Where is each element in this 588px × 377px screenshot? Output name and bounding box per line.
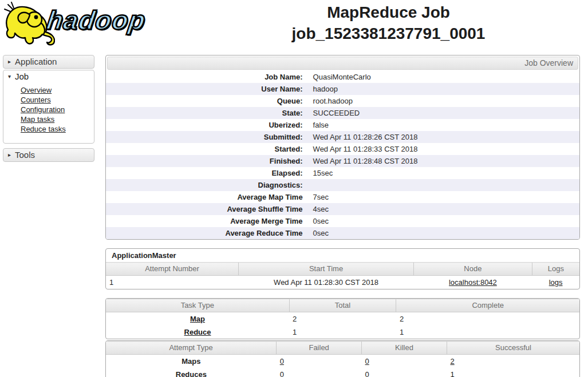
job-links: Overview Counters Configuration Map task… <box>3 83 94 143</box>
sidebar-item-map-tasks[interactable]: Map tasks <box>21 114 94 124</box>
overview-label: Uberized: <box>106 119 310 131</box>
overview-row: Started: Wed Apr 11 01:28:33 CST 2018 <box>106 143 579 155</box>
overview-row: Average Reduce Time 0sec <box>106 227 579 239</box>
task-complete-cell: 1 <box>396 326 579 339</box>
task-summary-panel: Task Type Total Complete Map 2 2 Reduce <box>105 298 580 339</box>
sidebar-section-tools[interactable]: ▸ Tools <box>3 148 94 162</box>
overview-value: SUCCEEDED <box>310 107 579 119</box>
overview-label: Average Map Time <box>106 191 310 203</box>
sidebar-item-overview[interactable]: Overview <box>21 85 94 95</box>
overview-label: Submitted: <box>106 131 310 143</box>
overview-row: State: SUCCEEDED <box>106 107 579 119</box>
sidebar-item-configuration[interactable]: Configuration <box>21 105 94 114</box>
overview-label: User Name: <box>106 83 310 95</box>
overview-value: Wed Apr 11 01:28:33 CST 2018 <box>310 143 579 155</box>
chevron-down-icon: ▾ <box>8 73 11 80</box>
sidebar-section-job-header[interactable]: ▾ Job <box>3 70 94 83</box>
overview-value: Wed Apr 11 01:28:26 CST 2018 <box>310 131 579 143</box>
overview-value: 4sec <box>310 203 579 215</box>
overview-label: Queue: <box>106 95 310 107</box>
task-complete-cell: 2 <box>396 312 579 326</box>
killed-count-link[interactable]: 0 <box>365 370 369 377</box>
hadoop-logo-text: hadoop <box>45 5 148 35</box>
attempt-summary-row: Reduces 0 0 1 <box>106 368 579 377</box>
overview-label: Job Name: <box>106 71 310 83</box>
col-successful[interactable]: Successful <box>447 342 579 355</box>
failed-count-link[interactable]: 0 <box>280 357 284 366</box>
col-killed[interactable]: Killed <box>362 342 447 355</box>
col-failed[interactable]: Failed <box>277 342 362 355</box>
task-summary-header-row: Task Type Total Complete <box>106 299 579 312</box>
overview-row: Average Merge Time 0sec <box>106 215 579 227</box>
overview-row: Average Shuffle Time 4sec <box>106 203 579 215</box>
attempt-number-cell: 1 <box>106 276 239 289</box>
overview-label: Average Shuffle Time <box>106 203 310 215</box>
sidebar-section-job: ▾ Job Overview Counters Configuration Ma… <box>3 70 94 144</box>
application-master-panel: ApplicationMaster Attempt Number Start T… <box>105 248 580 289</box>
col-logs[interactable]: Logs <box>532 263 579 276</box>
overview-row: Job Name: QuasiMonteCarlo <box>106 71 579 83</box>
overview-value: root.hadoop <box>310 95 579 107</box>
application-master-table: ApplicationMaster Attempt Number Start T… <box>106 249 579 289</box>
overview-value: 7sec <box>310 191 579 203</box>
chevron-right-icon: ▸ <box>8 152 11 158</box>
col-task-type[interactable]: Task Type <box>106 299 289 312</box>
col-total[interactable]: Total <box>289 299 396 312</box>
overview-value: 0sec <box>310 215 579 227</box>
overview-row: Uberized: false <box>106 119 579 131</box>
sidebar-item-reduce-tasks[interactable]: Reduce tasks <box>21 124 94 134</box>
overview-value: QuasiMonteCarlo <box>310 71 579 83</box>
overview-row: Elapsed: 15sec <box>106 167 579 179</box>
successful-count-link[interactable]: 2 <box>450 357 454 366</box>
overview-label: Started: <box>106 143 310 155</box>
task-summary-table: Task Type Total Complete Map 2 2 Reduce <box>106 299 579 339</box>
overview-row: Submitted: Wed Apr 11 01:28:26 CST 2018 <box>106 131 579 143</box>
attempt-type-cell: Maps <box>106 355 277 368</box>
sidebar-section-label: Job <box>15 72 29 81</box>
col-node[interactable]: Node <box>414 263 532 276</box>
overview-value: 0sec <box>310 227 579 239</box>
mapreduce-job-page: hadoop MapReduce Job job_1523381237791_0… <box>0 0 588 377</box>
overview-value: 15sec <box>310 167 579 179</box>
page-title: MapReduce Job job_1523381237791_0001 <box>189 0 588 44</box>
job-overview-panel: Job Overview Job Name: QuasiMonteCarlo U… <box>105 55 580 240</box>
overview-value: Wed Apr 11 01:28:48 CST 2018 <box>310 155 579 167</box>
col-attempt-type[interactable]: Attempt Type <box>106 342 277 355</box>
overview-row: Average Map Time 7sec <box>106 191 579 203</box>
task-total-cell: 2 <box>289 312 396 326</box>
overview-label: Finished: <box>106 155 310 167</box>
start-time-cell: Wed Apr 11 01:28:30 CST 2018 <box>239 276 414 289</box>
attempt-type-cell: Reduces <box>106 368 277 377</box>
overview-label: Elapsed: <box>106 167 310 179</box>
overview-value: hadoop <box>310 83 579 95</box>
successful-count-link[interactable]: 1 <box>450 370 454 377</box>
sidebar-section-application[interactable]: ▸ Application <box>3 55 94 69</box>
task-summary-row: Reduce 1 1 <box>106 326 579 339</box>
task-type-link[interactable]: Reduce <box>184 328 211 336</box>
col-complete[interactable]: Complete <box>396 299 579 312</box>
page-title-line2: job_1523381237791_0001 <box>292 25 486 42</box>
col-start-time[interactable]: Start Time <box>239 263 414 276</box>
overview-value: false <box>310 119 579 131</box>
overview-label: State: <box>106 107 310 119</box>
sidebar-nav: ▸ Application ▾ Job Overview Counters Co… <box>3 55 94 163</box>
failed-count-link[interactable]: 0 <box>280 370 284 377</box>
overview-label: Average Merge Time <box>106 215 310 227</box>
sidebar-item-counters[interactable]: Counters <box>21 95 94 105</box>
overview-label: Diagnostics: <box>106 179 310 191</box>
sidebar-section-label: Application <box>15 57 57 66</box>
node-link[interactable]: localhost:8042 <box>449 278 497 287</box>
logs-link[interactable]: logs <box>549 278 563 287</box>
application-master-row: 1 Wed Apr 11 01:28:30 CST 2018 localhost… <box>106 276 579 289</box>
overview-value <box>310 179 579 191</box>
job-overview-header: Job Overview <box>107 57 578 70</box>
overview-label: Average Reduce Time <box>106 227 310 239</box>
col-attempt-number[interactable]: Attempt Number <box>106 263 239 276</box>
killed-count-link[interactable]: 0 <box>365 357 369 366</box>
overview-row: Queue: root.hadoop <box>106 95 579 107</box>
page-title-line1: MapReduce Job <box>327 3 450 21</box>
task-type-link[interactable]: Map <box>190 315 205 323</box>
overview-row: User Name: hadoop <box>106 83 579 95</box>
application-master-title: ApplicationMaster <box>106 249 579 263</box>
attempt-summary-panel: Attempt Type Failed Killed Successful Ma… <box>105 340 580 377</box>
